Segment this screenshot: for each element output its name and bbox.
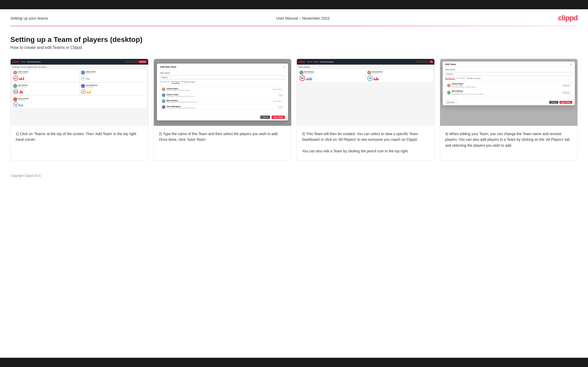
ss2-cancel-button[interactable]: Cancel: [260, 116, 270, 119]
ss3-bar: [377, 78, 379, 80]
ss3-bar: [376, 77, 377, 80]
ss2-filter-label: Filter by name: [181, 81, 195, 84]
ss2-player-list: Adrian Player Plus Handicap · The Shire …: [160, 86, 285, 110]
ss2-player-0-action: Player Added: [271, 88, 283, 91]
ss4-player-list: Adrian Player Plus Handicap The Shire Lo…: [445, 82, 573, 96]
ss3-search-box: [416, 60, 429, 63]
ss2-tab-my-team[interactable]: My Team (2): [160, 81, 170, 84]
ss2-player-3-add-btn[interactable]: Add: [278, 106, 283, 108]
clippd-logo: clippd: [558, 14, 578, 22]
ss2-player-1-name: Adrian Coliba: [167, 94, 277, 95]
ss1-bar: [19, 92, 20, 93]
ss3-player-blair-sub: Plus Handicap: [304, 73, 314, 74]
ss3-bars-blair: [306, 76, 364, 80]
card-3: clippd Home Teams My Performance ✏ Playe…: [297, 59, 435, 161]
ss1-bottom-player-sub: 3 Handicap: [18, 99, 29, 101]
ss1-bars-5: [19, 103, 146, 106]
ss1-player-1: Adrian Collins Plus Handicap 84: [12, 69, 79, 82]
ss1-topbar: clippd Home My Performance Add Team: [11, 59, 148, 65]
ss1-search-box: [125, 60, 138, 63]
ss1-bar: [21, 105, 22, 106]
ss2-player-0-info: Adrian Player Plus Handicap · The Shire …: [167, 88, 270, 91]
ss1-player-2: Adrian Coliba 1 Handicap 0: [80, 69, 147, 82]
ss1-bar: [21, 77, 22, 80]
ss4-save-button[interactable]: Save Team: [559, 101, 572, 104]
ss3-pencil-icon: ✏: [430, 60, 433, 63]
cards-container: clippd Home My Performance Add Team Show…: [0, 56, 588, 171]
ss2-player-2-info: Blair McHarg Plus Handicap · Royal North…: [167, 100, 270, 103]
ss4-player-row-1: Blair McHarg Plus Handicap Royal North D…: [446, 89, 572, 96]
ss4-footer-right: Cancel Save Team: [549, 101, 572, 104]
page-title-section: Setting up a Team of players (desktop) H…: [0, 26, 588, 56]
ss3-score-richard-val: 72: [367, 75, 373, 81]
ss4-delete-button[interactable]: 🗑 Delete: [445, 101, 456, 104]
ss2-player-row-3: Dave Billingham 1.5 Handicap · The Dog M…: [160, 104, 285, 110]
ss1-player-2-sub: 1 Handicap: [86, 73, 96, 74]
ss1-player-1-sub: Plus Handicap: [18, 73, 29, 74]
ss3-subtitle: Player Quality: [298, 66, 433, 68]
card-3-text-2: You can also edit a Team by clicking the…: [302, 149, 409, 153]
ss2-close-icon[interactable]: ✕: [283, 66, 285, 68]
top-bar: [0, 0, 588, 9]
ss1-avatar-5: [13, 97, 17, 101]
ss1-score-row-4: 78: [81, 89, 146, 94]
ss1-subtitle: Showing 4 out of 4 players from: All Pla…: [12, 66, 147, 68]
ss3-bar: [306, 79, 307, 80]
ss4-player-0-remove-btn[interactable]: Remove: [562, 84, 570, 87]
ss4-filter-checkbox[interactable]: [467, 77, 468, 79]
ss4-team-name-input[interactable]: [445, 72, 573, 76]
ss2-dialog: Add New Team ✕ Team Name * My Team (2) A…: [157, 64, 288, 120]
ss3-nav-home: Home: [307, 61, 312, 63]
ss4-cancel-button[interactable]: Cancel: [549, 101, 558, 104]
ss1-score-row-5: 72: [13, 102, 146, 107]
header-center-text: User Manual – November 2022: [276, 16, 330, 20]
ss1-bar: [22, 104, 23, 106]
ss4-player-1-info: Blair McHarg Plus Handicap Royal North D…: [452, 90, 561, 95]
ss4-close-icon[interactable]: ✕: [570, 63, 572, 66]
ss2-player-2-name: Blair McHarg: [167, 100, 270, 101]
ss3-player-richard-sub: 3 Handicap: [372, 73, 383, 74]
ss2-player-3-info: Dave Billingham 1.5 Handicap · The Dog M…: [167, 106, 277, 109]
ss3-bar: [308, 78, 309, 80]
ss1-nav-home: Home: [21, 61, 26, 63]
ss4-tab-all-players[interactable]: All Players: [457, 77, 465, 80]
ss1-bar: [21, 91, 22, 93]
ss2-player-1-sub: 1 Handicap · Central London Golf Centre: [167, 95, 277, 97]
ss2-save-button[interactable]: Save Team: [272, 116, 285, 119]
ss2-player-1-info: Adrian Coliba 1 Handicap · Central Londo…: [167, 94, 277, 97]
ss1-bar: [19, 78, 20, 80]
ss4-player-1-remove-btn[interactable]: Remove: [562, 91, 570, 94]
card-4-description: 4) When editing your Team, you can chang…: [440, 126, 578, 160]
ss2-player-1-add-btn[interactable]: Add: [278, 94, 283, 97]
ss2-player-row-2: Blair McHarg Plus Handicap · Royal North…: [160, 98, 285, 104]
ss2-avatar-2: [162, 99, 165, 103]
ss1-content: Showing 4 out of 4 players from: All Pla…: [11, 65, 148, 126]
ss3-nav-teams: Teams: [314, 61, 319, 63]
ss1-bottom-player: Richard Butler 3 Handicap 72: [12, 96, 147, 108]
ss4-tab-my-team[interactable]: My Team (2): [445, 77, 455, 80]
ss1-bar: [20, 105, 21, 106]
ss2-avatar-1: [162, 93, 165, 97]
ss2-tab-all-players[interactable]: All Players: [171, 81, 180, 84]
ss2-filter-checkbox[interactable]: [181, 81, 183, 83]
ss1-bar: [87, 77, 88, 80]
ss1-score-row-3: 194: [13, 89, 78, 94]
header: Setting up your teams User Manual – Nove…: [0, 9, 588, 26]
ss1-score-3: 194: [13, 89, 18, 94]
ss3-score-blair-val: 94: [299, 75, 305, 81]
ss1-player-4-sub: 1.5 Handicap: [86, 86, 98, 88]
ss4-player-0-location: The Shire London, United Kingdom: [452, 86, 561, 88]
ss1-avatar-2: [81, 71, 85, 75]
ss2-team-name-input[interactable]: [160, 75, 285, 79]
ss1-add-team-btn: Add Team: [139, 60, 146, 63]
ss3-bars-richard: [374, 76, 432, 80]
ss3-content: Player Quality Blair McHarg Plus Handica…: [297, 65, 434, 126]
ss4-body: Team Name * My Team (2) All Players Filt…: [443, 67, 575, 99]
header-logo-area: clippd: [558, 14, 578, 22]
ss1-bars-3: [19, 90, 78, 93]
ss1-score-2: 0: [81, 76, 86, 81]
ss3-bar: [307, 78, 308, 80]
header-left-text: Setting up your teams: [10, 16, 48, 20]
ss1-nav: Home My Performance: [21, 61, 41, 63]
page-footer: Copyright Clippd 2021: [0, 171, 588, 183]
